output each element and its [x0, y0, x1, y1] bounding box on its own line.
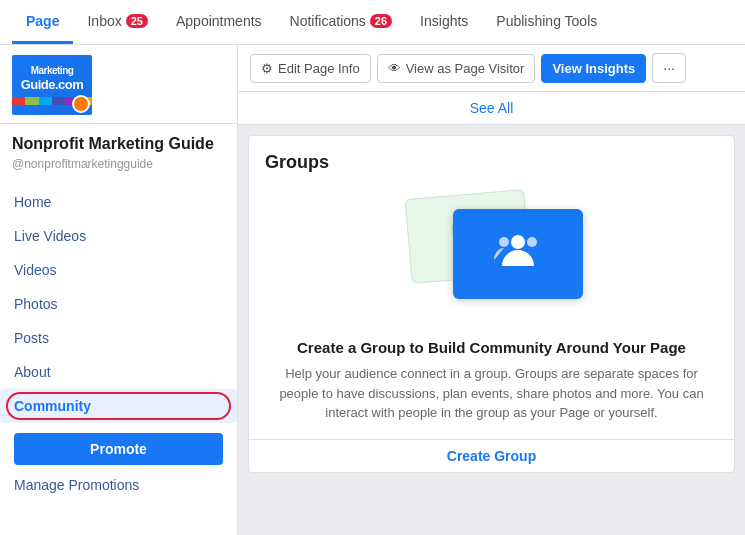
sidebar-item-posts[interactable]: Posts: [0, 321, 237, 355]
community-highlight: Community: [14, 398, 223, 414]
page-logo-section: Marketing Guide.com: [0, 45, 237, 124]
content-area: ⚙ Edit Page Info 👁 View as Page Visitor …: [238, 45, 745, 535]
logo-text-top: Marketing: [31, 65, 74, 77]
page-name: Nonprofit Marketing Guide: [0, 124, 237, 157]
nav-notifications[interactable]: Notifications 26: [276, 0, 407, 44]
sidebar-item-live-videos[interactable]: Live Videos: [0, 219, 237, 253]
logo-text-main: Guide.com: [21, 77, 84, 93]
groups-section-title: Groups: [265, 152, 718, 173]
nav-inbox[interactable]: Inbox 25: [73, 0, 162, 44]
svg-point-0: [511, 235, 525, 249]
eye-icon: 👁: [388, 61, 401, 76]
top-navigation: Page Inbox 25 Appointments Notifications…: [0, 0, 745, 45]
page-avatar: [72, 95, 90, 113]
page-handle: @nonprofitmarketingguide: [0, 157, 237, 181]
sidebar-nav: Home Live Videos Videos Photos Posts Abo…: [0, 185, 237, 423]
manage-promotions-link[interactable]: Manage Promotions: [0, 471, 237, 499]
svg-point-2: [527, 237, 537, 247]
groups-cta-desc: Help your audience connect in a group. G…: [265, 364, 718, 423]
promote-button[interactable]: Promote: [14, 433, 223, 465]
sidebar: Marketing Guide.com Nonprofit Marketing …: [0, 45, 238, 535]
more-options-button[interactable]: ···: [652, 53, 686, 83]
nav-appointments[interactable]: Appointments: [162, 0, 276, 44]
groups-illustration: [265, 189, 718, 319]
page-logo: Marketing Guide.com: [12, 55, 92, 115]
gear-icon: ⚙: [261, 61, 273, 76]
sidebar-item-photos[interactable]: Photos: [0, 287, 237, 321]
people-icon: [494, 226, 542, 282]
sidebar-item-community[interactable]: Community: [0, 389, 237, 423]
nav-publishing-tools[interactable]: Publishing Tools: [482, 0, 611, 44]
view-as-page-visitor-button[interactable]: 👁 View as Page Visitor: [377, 54, 536, 83]
create-group-link[interactable]: Create Group: [249, 439, 734, 472]
notifications-badge: 26: [370, 14, 392, 28]
groups-cta-title: Create a Group to Build Community Around…: [265, 339, 718, 356]
groups-card: Groups: [248, 135, 735, 473]
illustration-card-front: [453, 209, 583, 299]
main-layout: Marketing Guide.com Nonprofit Marketing …: [0, 45, 745, 535]
sidebar-item-about[interactable]: About: [0, 355, 237, 389]
sidebar-item-videos[interactable]: Videos: [0, 253, 237, 287]
edit-page-info-button[interactable]: ⚙ Edit Page Info: [250, 54, 371, 83]
view-insights-button[interactable]: View Insights: [541, 54, 646, 83]
action-bar: ⚙ Edit Page Info 👁 View as Page Visitor …: [238, 45, 745, 92]
svg-point-1: [499, 237, 509, 247]
sidebar-item-home[interactable]: Home: [0, 185, 237, 219]
nav-page[interactable]: Page: [12, 0, 73, 44]
nav-insights[interactable]: Insights: [406, 0, 482, 44]
see-all-link[interactable]: See All: [238, 92, 745, 125]
inbox-badge: 25: [126, 14, 148, 28]
